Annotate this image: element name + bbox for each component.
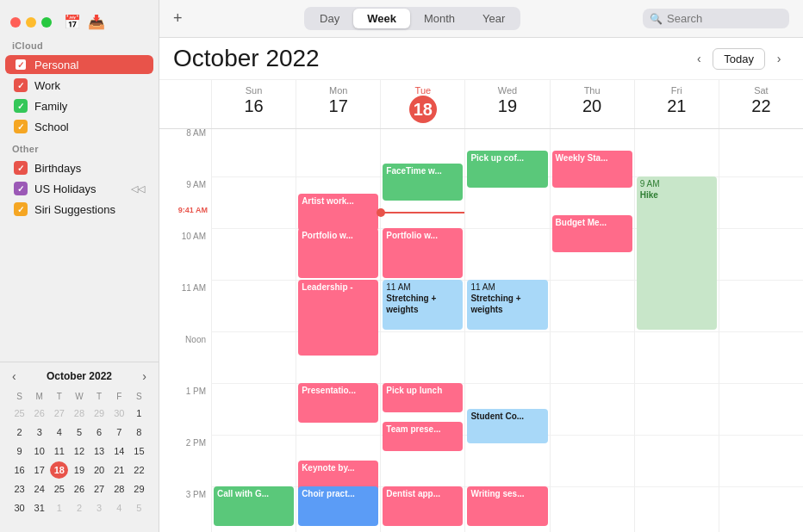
calendar-event[interactable]: Dentist app... [383, 486, 463, 526]
calendar-event[interactable]: Call with G... [214, 486, 294, 526]
mini-cal-prev[interactable]: ‹ [9, 369, 20, 383]
calendar-event[interactable]: Artist work... [298, 194, 378, 231]
mini-cal-day[interactable]: 26 [70, 480, 88, 498]
mini-cal-day[interactable]: 5 [70, 424, 88, 441]
mini-cal-day[interactable]: 9 [10, 442, 28, 460]
mini-cal-day[interactable]: 27 [90, 480, 109, 498]
mini-cal-day[interactable]: 11 [50, 442, 68, 460]
tab-week[interactable]: Week [353, 9, 410, 28]
calendar-event[interactable]: Weekly Sta... [552, 151, 632, 188]
mini-cal-day[interactable]: 19 [70, 461, 88, 479]
work-checkbox[interactable]: ✓ [14, 78, 28, 92]
calendar-event[interactable]: Portfolio w... [383, 228, 463, 278]
mini-cal-day[interactable]: 30 [10, 499, 28, 517]
mini-cal-day[interactable]: 13 [90, 442, 109, 460]
mini-cal-day[interactable]: 22 [130, 461, 148, 479]
personal-checkbox[interactable]: ✓ [14, 58, 28, 71]
mini-cal-day[interactable]: 1 [50, 499, 68, 517]
calendar-event[interactable]: Team prese... [383, 422, 463, 451]
calendar-event[interactable]: FaceTime w... [383, 164, 463, 201]
search-input[interactable] [667, 12, 779, 25]
mini-cal-day[interactable]: 20 [90, 461, 109, 479]
week-container[interactable]: Sun16Mon17Tue18Wed19Thu20Fri21Sat22 all-… [159, 80, 803, 532]
minimize-button[interactable] [26, 17, 36, 28]
mini-cal-day[interactable]: 8 [130, 424, 148, 441]
mini-cal-day[interactable]: 10 [30, 442, 48, 460]
mini-cal-day[interactable]: 3 [90, 499, 109, 517]
today-button[interactable]: Today [713, 48, 765, 70]
grid-col-2[interactable]: FaceTime w...11 AMStretching +weightsPic… [380, 125, 464, 532]
calendar-event[interactable]: 11 AMStretching +weights [467, 280, 547, 330]
grid-col-5[interactable]: 9 AMHike [634, 125, 719, 532]
mini-cal-day[interactable]: 14 [110, 442, 128, 460]
sidebar-item-school[interactable]: ✓ School [5, 117, 153, 136]
grid-col-6[interactable] [719, 125, 803, 532]
calendar-event[interactable]: Portfolio w... [298, 228, 378, 278]
nav-prev-button[interactable]: ‹ [688, 48, 709, 69]
tab-day[interactable]: Day [306, 9, 353, 28]
grid-col-3[interactable]: Pick up cof...11 AMStretching +weightsSt… [464, 125, 549, 532]
tab-year[interactable]: Year [469, 9, 519, 28]
sidebar-item-us-holidays[interactable]: ✓ US Holidays ◁◁ [5, 179, 153, 198]
mini-cal-day[interactable]: 6 [90, 424, 109, 441]
tab-month[interactable]: Month [410, 9, 469, 28]
us-holidays-checkbox[interactable]: ✓ [14, 182, 28, 195]
sidebar-item-siri-suggestions[interactable]: ✓ Siri Suggestions [5, 200, 153, 219]
mini-cal-day[interactable]: 3 [30, 424, 48, 441]
mini-cal-next[interactable]: › [139, 369, 150, 383]
calendar-event[interactable]: Student Co... [467, 409, 547, 443]
maximize-button[interactable] [41, 17, 52, 28]
sidebar-item-personal[interactable]: ✓ Personal [5, 55, 153, 74]
calendar-event[interactable]: Writing ses... [467, 486, 547, 526]
family-checkbox[interactable]: ✓ [14, 99, 28, 113]
grid-col-4[interactable]: Weekly Sta...Budget Me... [550, 125, 634, 532]
mini-cal-day[interactable]: 25 [50, 480, 68, 498]
mini-cal-day[interactable]: 24 [30, 480, 48, 498]
close-button[interactable] [10, 17, 21, 28]
mini-cal-day[interactable]: 12 [70, 442, 88, 460]
mini-cal-day[interactable]: 15 [130, 442, 148, 460]
sidebar-item-birthdays[interactable]: ✓ Birthdays [5, 158, 153, 177]
sidebar-item-work[interactable]: ✓ Work [5, 76, 153, 95]
mini-cal-day[interactable]: 17 [30, 461, 48, 479]
mini-cal-day[interactable]: 30 [110, 405, 128, 422]
mini-cal-day[interactable]: 23 [10, 480, 28, 498]
mini-cal-day[interactable]: 25 [10, 405, 28, 422]
mini-cal-day[interactable]: 18 [50, 461, 68, 479]
calendar-event[interactable]: Budget Me... [552, 215, 632, 252]
mini-cal-day[interactable]: 28 [70, 405, 88, 422]
mini-cal-day[interactable]: 27 [50, 405, 68, 422]
sidebar-item-family[interactable]: ✓ Family [5, 96, 153, 115]
mini-cal-day[interactable]: 21 [110, 461, 128, 479]
siri-checkbox[interactable]: ✓ [14, 202, 28, 216]
mini-cal-day[interactable]: 29 [90, 405, 109, 422]
mini-cal-day[interactable]: 4 [50, 424, 68, 441]
calendar-event[interactable]: Pick up lunch [383, 383, 463, 412]
school-checkbox[interactable]: ✓ [14, 120, 28, 133]
inbox-icon[interactable]: 📥 [88, 14, 105, 30]
grid-col-0[interactable]: Call with G... [211, 125, 296, 532]
calendar-event[interactable]: Pick up cof... [467, 151, 547, 188]
search-bar[interactable]: 🔍 [643, 9, 789, 28]
mini-cal-day[interactable]: 26 [30, 405, 48, 422]
mini-cal-day[interactable]: 2 [70, 499, 88, 517]
mini-cal-day[interactable]: 28 [110, 480, 128, 498]
nav-next-button[interactable]: › [769, 48, 789, 69]
mini-cal-day[interactable]: 5 [130, 499, 148, 517]
birthdays-checkbox[interactable]: ✓ [14, 161, 28, 175]
calendar-event[interactable]: 9 AMHike [637, 176, 717, 330]
calendar-event[interactable]: Choir pract... [298, 486, 378, 526]
mini-cal-day[interactable]: 16 [10, 461, 28, 479]
mini-cal-day[interactable]: 2 [10, 424, 28, 441]
mini-cal-day[interactable]: 31 [30, 499, 48, 517]
mini-cal-day[interactable]: 1 [130, 405, 148, 422]
mini-cal-day[interactable]: 7 [110, 424, 128, 441]
calendar-icon[interactable]: 📅 [64, 14, 81, 30]
mini-cal-day[interactable]: 4 [110, 499, 128, 517]
calendar-event[interactable]: Leadership - [298, 280, 378, 356]
add-icon[interactable]: + [173, 9, 183, 28]
calendar-event[interactable]: Presentatio... [298, 383, 378, 423]
mini-cal-day[interactable]: 29 [130, 480, 148, 498]
grid-col-1[interactable]: Artist work...Portfolio w...Leadership -… [296, 125, 380, 532]
calendar-event[interactable]: 11 AMStretching +weights [383, 280, 463, 330]
